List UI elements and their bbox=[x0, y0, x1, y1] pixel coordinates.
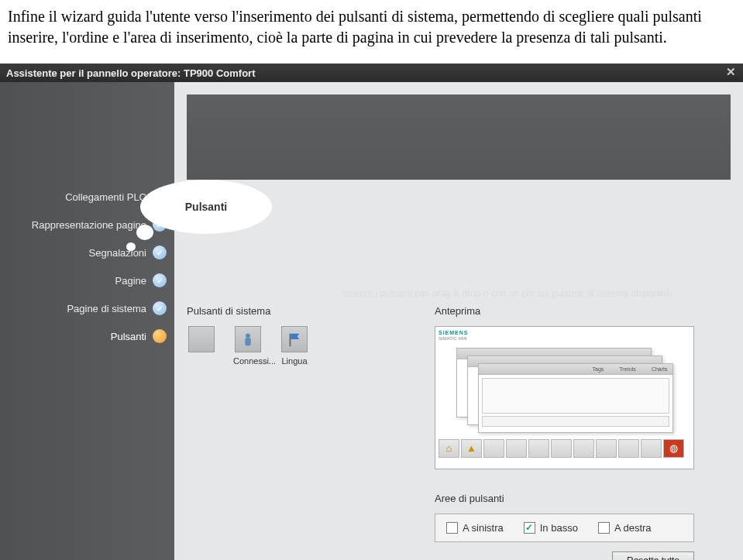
product-label: SIMATIC HMI bbox=[439, 336, 469, 341]
system-button-language[interactable]: Lingua bbox=[280, 326, 309, 366]
empty-slot bbox=[551, 439, 572, 458]
step-system-screens[interactable]: Pagine di sistema ✓ bbox=[0, 294, 174, 322]
button-areas-title: Aree di pulsanti bbox=[435, 493, 694, 504]
area-right-checkbox[interactable]: A destra bbox=[598, 522, 652, 534]
system-button-blank[interactable] bbox=[187, 326, 216, 356]
wizard-titlebar: Assistente per il pannello operatore: TP… bbox=[0, 64, 743, 82]
bubble-title: Pulsanti bbox=[140, 180, 272, 234]
page-intro-text: Infine il wizard guida l'utente verso l'… bbox=[0, 0, 743, 64]
wizard-dialog: Assistente per il pannello operatore: TP… bbox=[0, 64, 743, 560]
system-button-users[interactable]: Connessi... bbox=[233, 326, 263, 366]
svg-rect-2 bbox=[290, 333, 291, 346]
flag-icon bbox=[281, 326, 308, 352]
preview-window-stack: Tags Trends Charts bbox=[456, 348, 673, 437]
preview-title: Anteprima bbox=[435, 305, 694, 317]
warning-icon: ▲ bbox=[461, 439, 482, 458]
checkbox-checked-icon: ✓ bbox=[524, 522, 535, 534]
checkbox-icon bbox=[598, 522, 610, 534]
current-step-dot-icon bbox=[153, 329, 167, 343]
empty-slot bbox=[506, 439, 527, 458]
stop-icon: ◍ bbox=[663, 439, 684, 458]
preview-section: Anteprima SIEMENS SIMATIC HMI bbox=[435, 305, 694, 560]
close-icon[interactable]: ✕ bbox=[724, 67, 737, 79]
preview-window: Tags Trends Charts bbox=[478, 363, 673, 433]
svg-rect-1 bbox=[245, 338, 250, 345]
header-band bbox=[187, 94, 731, 180]
empty-slot bbox=[618, 439, 639, 458]
preview-button-strip: ⌂ ▲ ◍ bbox=[439, 439, 690, 458]
system-buttons-section: Pulsanti di sistema Connessi... bbox=[187, 305, 396, 560]
empty-slot bbox=[528, 439, 549, 458]
check-icon: ✓ bbox=[153, 273, 167, 287]
user-icon bbox=[235, 326, 261, 352]
checkbox-icon bbox=[446, 522, 458, 534]
reset-all-button[interactable]: Resetta tutto bbox=[612, 551, 694, 560]
speech-bubble: Pulsanti bbox=[132, 180, 280, 253]
wizard-title: Assistente per il pannello operatore: TP… bbox=[6, 67, 255, 79]
area-bottom-checkbox[interactable]: ✓ In basso bbox=[524, 522, 578, 534]
area-left-checkbox[interactable]: A sinistra bbox=[446, 522, 504, 534]
preview-box[interactable]: SIEMENS SIMATIC HMI bbox=[435, 326, 694, 469]
empty-slot bbox=[641, 439, 662, 458]
step-screens[interactable]: Pagine ✓ bbox=[0, 266, 174, 294]
siemens-logo: SIEMENS bbox=[439, 330, 469, 335]
empty-slot bbox=[596, 439, 617, 458]
system-buttons-title: Pulsanti di sistema bbox=[187, 305, 396, 317]
step-buttons[interactable]: Pulsanti bbox=[0, 322, 174, 350]
wizard-content: Pulsanti Inserire i pulsanti con drag & … bbox=[174, 82, 743, 560]
svg-point-0 bbox=[246, 333, 250, 338]
wizard-steps-sidebar: Collegamenti PLC ✓ Rappresentazione pagi… bbox=[0, 82, 174, 560]
empty-slot bbox=[483, 439, 504, 458]
button-areas-section: Aree di pulsanti A sinistra ✓ In basso bbox=[435, 493, 694, 542]
home-icon: ⌂ bbox=[439, 439, 459, 458]
instruction-text: Inserire i pulsanti con drag & drop o co… bbox=[342, 287, 683, 301]
blank-icon bbox=[188, 326, 215, 352]
empty-slot bbox=[573, 439, 594, 458]
check-icon: ✓ bbox=[153, 301, 167, 315]
